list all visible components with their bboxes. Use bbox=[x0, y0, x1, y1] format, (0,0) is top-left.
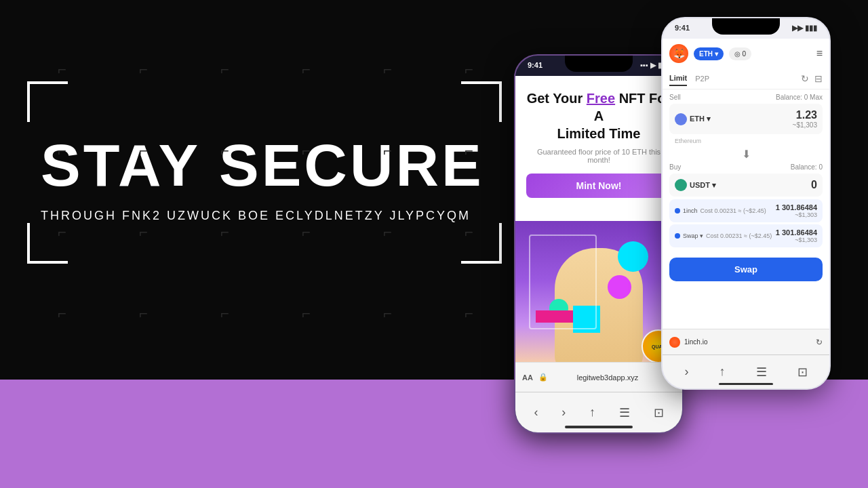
home-indicator bbox=[565, 426, 633, 428]
phone-browser-bar: AA 🔒 legitweb3dapp.xyz ↻ bbox=[515, 362, 682, 392]
inch-menu-button[interactable]: ≡ bbox=[816, 47, 823, 60]
to-amount-container: 0 bbox=[811, 179, 817, 191]
buy-label: Buy bbox=[669, 163, 681, 171]
from-token-select[interactable]: ETH ▾ bbox=[675, 113, 711, 125]
svg-text:⌐: ⌐ bbox=[220, 61, 229, 78]
inch-chain-button[interactable]: ETH ▾ bbox=[694, 47, 724, 60]
nft-headline: Get Your Free NFT For ALimited Time bbox=[526, 89, 671, 142]
inch-browser-reload[interactable]: ↻ bbox=[816, 338, 823, 347]
phone-1inch-time: 9:41 bbox=[675, 24, 690, 33]
result-value-2: 1 301.86484 bbox=[776, 228, 817, 237]
result-fee-2: Cost 0.00231 ≈ (~$2.45) bbox=[706, 232, 772, 239]
inch-nav-share[interactable]: ↑ bbox=[719, 365, 726, 379]
phone-1inch-screen: 🦊 ETH ▾ ◎ 0 ≡ Limit P2P ↻ ⊟ bbox=[663, 39, 829, 354]
phone-1inch-browser-bar: 1inch.io ↻ bbox=[663, 329, 829, 354]
inch-nav-back[interactable]: › bbox=[685, 365, 689, 379]
from-amount-container: 1.23 ~$1,303 bbox=[793, 109, 817, 129]
inch-browser-url: 1inch.io bbox=[684, 338, 812, 346]
svg-text:⌐: ⌐ bbox=[220, 224, 229, 241]
browser-url: legitweb3dapp.xyz bbox=[553, 373, 662, 382]
nft-frame bbox=[529, 235, 597, 329]
result-values-2: 1 301.86484 ~$1,303 bbox=[776, 228, 817, 243]
buy-label-row: Buy Balance: 0 bbox=[669, 163, 823, 172]
refresh-icon[interactable]: ↻ bbox=[801, 73, 809, 84]
result-row-2: Swap ▾ Cost 0.00231 ≈ (~$2.45) 1 301.864… bbox=[669, 224, 823, 247]
svg-text:⌐: ⌐ bbox=[383, 224, 392, 241]
nav-back[interactable]: ‹ bbox=[534, 405, 538, 420]
inch-tab-actions: ↻ ⊟ bbox=[801, 73, 823, 84]
swap-direction-arrow[interactable]: ⬇ bbox=[669, 145, 823, 163]
result-value-1: 1 301.86484 bbox=[776, 203, 817, 211]
sell-label: Sell bbox=[669, 94, 681, 101]
inch-nav-bookmarks[interactable]: ☰ bbox=[756, 365, 767, 380]
phone-nav-bar: ‹ › ↑ ☰ ⊡ bbox=[515, 392, 682, 432]
result-fee-1: Cost 0.00231 ≈ (~$2.45) bbox=[701, 207, 766, 214]
to-amount: 0 bbox=[811, 179, 817, 191]
svg-text:⌐: ⌐ bbox=[302, 224, 311, 241]
svg-text:⌐: ⌐ bbox=[139, 305, 148, 322]
svg-text:⌐: ⌐ bbox=[139, 61, 148, 78]
bottom-strip bbox=[0, 380, 868, 488]
svg-text:⌐: ⌐ bbox=[383, 305, 392, 322]
filter-icon[interactable]: ⊟ bbox=[814, 73, 823, 84]
mint-button[interactable]: Mint Now! bbox=[526, 174, 671, 198]
phone-nft-status: 9:41 ▪▪▪ ▶ ▮▮▮ bbox=[515, 61, 682, 70]
tab-p2p[interactable]: P2P bbox=[695, 72, 709, 85]
buy-balance: Balance: 0 bbox=[791, 163, 823, 172]
phone-nft-screen: Get Your Free NFT For ALimited Time Guar… bbox=[515, 76, 682, 392]
svg-text:⌐: ⌐ bbox=[220, 305, 229, 322]
to-token-symbol: USDT ▾ bbox=[690, 181, 716, 190]
eth-logo bbox=[675, 113, 687, 125]
sell-label-row: Sell Balance: 0 Max bbox=[669, 94, 823, 102]
phone-1inch-signal: ▶▶ ▮▮▮ bbox=[792, 24, 817, 33]
svg-text:⌐: ⌐ bbox=[58, 61, 66, 78]
swap-button[interactable]: Swap bbox=[669, 258, 823, 281]
inch-swap-form: Sell Balance: 0 Max ETH ▾ 1.23 ~$1,303 E… bbox=[663, 89, 829, 253]
tab-limit[interactable]: Limit bbox=[669, 71, 687, 86]
inch-tabs: Limit P2P ↻ ⊟ bbox=[663, 68, 829, 89]
nft-content: Get Your Free NFT For ALimited Time Guar… bbox=[515, 76, 682, 221]
nav-bookmarks[interactable]: ☰ bbox=[619, 405, 630, 420]
nft-circle-cyan bbox=[618, 241, 648, 272]
svg-text:⌐: ⌐ bbox=[139, 224, 148, 241]
result-usd-2: ~$1,303 bbox=[776, 237, 817, 243]
to-token-row[interactable]: USDT ▾ 0 bbox=[669, 174, 823, 197]
svg-text:⌐: ⌐ bbox=[383, 61, 392, 78]
source-dot-1 bbox=[675, 208, 680, 214]
from-usd: ~$1,303 bbox=[793, 121, 817, 129]
sub-title: THROUGH FNK2 UZWUCK BOE ECLYDLNETZY JLYP… bbox=[41, 209, 488, 223]
from-amount: 1.23 bbox=[793, 109, 817, 121]
nft-subtext: Guaranteed floor price of 10 ETH this mo… bbox=[526, 148, 671, 164]
inch-logo: 🦊 bbox=[669, 44, 688, 63]
from-token-name: Ethereum bbox=[669, 137, 823, 145]
corner-bracket-bottom-left bbox=[27, 223, 68, 264]
svg-text:⌐: ⌐ bbox=[465, 305, 473, 322]
nav-share[interactable]: ↑ bbox=[589, 405, 595, 420]
phone-nft-time: 9:41 bbox=[528, 61, 542, 70]
nav-tabs[interactable]: ⊡ bbox=[654, 405, 664, 420]
phone-nft: 9:41 ▪▪▪ ▶ ▮▮▮ Get Your Free NFT For ALi… bbox=[514, 54, 684, 434]
corner-bracket-top-left bbox=[27, 81, 68, 122]
result-source-2: Swap ▾ Cost 0.00231 ≈ (~$2.45) bbox=[675, 232, 772, 239]
result-row-2-inner: Swap ▾ Cost 0.00231 ≈ (~$2.45) 1 301.864… bbox=[675, 228, 817, 243]
result-source-1: 1inch Cost 0.00231 ≈ (~$2.45) bbox=[675, 207, 766, 214]
inch-nav-copy[interactable]: ⊡ bbox=[797, 365, 808, 380]
sell-balance: Balance: 0 Max bbox=[776, 94, 823, 102]
result-row-1: 1inch Cost 0.00231 ≈ (~$2.45) 1 301.8648… bbox=[669, 199, 823, 222]
from-token-row[interactable]: ETH ▾ 1.23 ~$1,303 bbox=[669, 104, 823, 134]
inch-browser-logo bbox=[669, 337, 680, 348]
result-row-1-inner: 1inch Cost 0.00231 ≈ (~$2.45) 1 301.8648… bbox=[675, 203, 817, 218]
chain-label: ETH ▾ bbox=[699, 50, 718, 58]
svg-text:⌐: ⌐ bbox=[58, 305, 66, 322]
corner-bracket-bottom-right bbox=[461, 223, 502, 264]
phone-1inch: 9:41 ▶▶ ▮▮▮ 🦊 ETH ▾ ◎ 0 ≡ Limit P2P ↻ bbox=[661, 17, 831, 390]
inch-wallet-button[interactable]: ◎ 0 bbox=[729, 47, 751, 60]
browser-lock: 🔒 bbox=[538, 373, 548, 382]
main-title: STAY SECURE bbox=[41, 136, 488, 195]
result-label-1: 1inch bbox=[683, 207, 698, 214]
usdt-logo bbox=[675, 179, 687, 191]
result-label-2: Swap ▾ bbox=[683, 232, 703, 239]
nft-headline-highlight: Free bbox=[587, 91, 615, 106]
to-token-select[interactable]: USDT ▾ bbox=[675, 179, 716, 191]
nav-forward[interactable]: › bbox=[561, 405, 566, 420]
